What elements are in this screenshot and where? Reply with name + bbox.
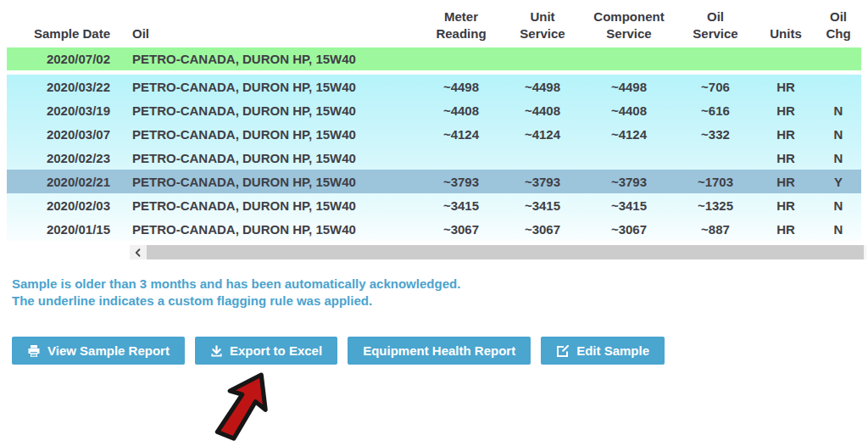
cell-date: 2020/07/02 bbox=[7, 52, 119, 66]
sample-history-panel: Sample DateOilMeterReadingUnitServiceCom… bbox=[0, 0, 868, 446]
cell-unit: ~3067 bbox=[502, 222, 583, 237]
cell-meter: ~4408 bbox=[420, 103, 502, 118]
cell-meter: ~3415 bbox=[420, 198, 502, 213]
cell-unit: ~4124 bbox=[502, 127, 583, 142]
sample-notes: Sample is older than 3 months and has be… bbox=[12, 276, 460, 309]
cell-meter: ~4124 bbox=[420, 127, 502, 142]
scrollbar-thumb[interactable] bbox=[147, 245, 864, 259]
cell-component: ~3415 bbox=[583, 198, 675, 213]
column-header-unit: UnitService bbox=[502, 2, 583, 44]
table-row[interactable]: 2020/02/03PETRO-CANADA, DURON HP, 15W40~… bbox=[7, 193, 861, 217]
cell-date: 2020/02/23 bbox=[7, 151, 119, 165]
cell-oilchg: N bbox=[815, 222, 861, 237]
column-header-date: Sample Date bbox=[7, 2, 119, 44]
button-label: View Sample Report bbox=[47, 343, 170, 358]
cell-component: ~3067 bbox=[583, 222, 675, 237]
view-sample-report-button[interactable]: View Sample Report bbox=[12, 337, 185, 365]
table-rows: 2020/07/02PETRO-CANADA, DURON HP, 15W402… bbox=[7, 47, 861, 241]
cell-meter: ~3793 bbox=[420, 175, 502, 189]
table-row[interactable]: 2020/02/23PETRO-CANADA, DURON HP, 15W40H… bbox=[7, 146, 861, 170]
table-row[interactable]: 2020/03/19PETRO-CANADA, DURON HP, 15W40~… bbox=[7, 98, 861, 122]
column-header-oil: Oil bbox=[119, 2, 420, 44]
cell-oil: PETRO-CANADA, DURON HP, 15W40 bbox=[119, 222, 420, 237]
cell-date: 2020/02/21 bbox=[7, 175, 119, 189]
horizontal-scrollbar[interactable] bbox=[130, 245, 866, 259]
cell-oil: PETRO-CANADA, DURON HP, 15W40 bbox=[119, 127, 420, 142]
export-to-excel-button[interactable]: Export to Excel bbox=[195, 337, 337, 365]
table-row[interactable]: 2020/01/15PETRO-CANADA, DURON HP, 15W40~… bbox=[7, 217, 861, 241]
cell-oilservice: ~706 bbox=[675, 80, 756, 94]
cell-units: HR bbox=[756, 222, 815, 237]
cell-date: 2020/03/19 bbox=[7, 103, 119, 118]
column-header-meter: MeterReading bbox=[420, 2, 502, 44]
cell-oilservice: ~616 bbox=[675, 103, 756, 118]
cell-oilchg: N bbox=[815, 198, 861, 213]
cell-oil: PETRO-CANADA, DURON HP, 15W40 bbox=[119, 198, 420, 213]
cell-units: HR bbox=[756, 127, 815, 142]
cell-oilservice: ~1325 bbox=[675, 198, 756, 213]
table-row[interactable]: 2020/02/21PETRO-CANADA, DURON HP, 15W40~… bbox=[7, 170, 861, 193]
cell-oilchg: N bbox=[815, 151, 861, 165]
cell-oil: PETRO-CANADA, DURON HP, 15W40 bbox=[119, 80, 420, 94]
cell-units: HR bbox=[756, 198, 815, 213]
cell-units: HR bbox=[756, 151, 815, 165]
cell-date: 2020/01/15 bbox=[7, 222, 119, 237]
sample-table: Sample DateOilMeterReadingUnitServiceCom… bbox=[7, 2, 861, 241]
cell-oil: PETRO-CANADA, DURON HP, 15W40 bbox=[119, 103, 420, 118]
cell-date: 2020/03/07 bbox=[7, 127, 119, 142]
cell-date: 2020/03/22 bbox=[7, 80, 119, 94]
printer-icon bbox=[27, 344, 41, 358]
scroll-left-button[interactable] bbox=[130, 245, 147, 259]
button-label: Export to Excel bbox=[230, 343, 322, 358]
cell-component: ~4408 bbox=[583, 103, 675, 118]
column-header-units: Units bbox=[756, 2, 815, 44]
table-row[interactable]: 2020/03/07PETRO-CANADA, DURON HP, 15W40~… bbox=[7, 122, 861, 146]
cell-oil: PETRO-CANADA, DURON HP, 15W40 bbox=[119, 151, 420, 165]
cell-oilservice: ~1703 bbox=[675, 175, 756, 189]
table-header: Sample DateOilMeterReadingUnitServiceCom… bbox=[7, 2, 861, 44]
cell-unit: ~3793 bbox=[502, 175, 583, 189]
cell-oilchg: N bbox=[815, 127, 861, 142]
column-header-oilchg: OilChg bbox=[815, 2, 861, 44]
cell-component: ~4498 bbox=[583, 80, 675, 94]
cell-unit: ~4498 bbox=[502, 80, 583, 94]
equipment-health-report-button[interactable]: Equipment Health Report bbox=[348, 337, 531, 365]
cell-oilservice: ~887 bbox=[675, 222, 756, 237]
cell-component: ~4124 bbox=[583, 127, 675, 142]
button-label: Equipment Health Report bbox=[363, 343, 515, 358]
table-row[interactable]: 2020/07/02PETRO-CANADA, DURON HP, 15W40 bbox=[7, 47, 861, 70]
edit-sample-button[interactable]: Edit Sample bbox=[541, 337, 665, 365]
column-header-oilservice: OilService bbox=[675, 2, 756, 44]
cell-oilchg: Y bbox=[815, 175, 861, 189]
action-button-row: View Sample Report Export to Excel Equip… bbox=[12, 337, 665, 365]
table-row[interactable]: 2020/03/22PETRO-CANADA, DURON HP, 15W40~… bbox=[7, 75, 861, 98]
cell-units: HR bbox=[756, 103, 815, 118]
column-header-component: ComponentService bbox=[583, 2, 675, 44]
note-acknowledged: Sample is older than 3 months and has be… bbox=[12, 276, 460, 293]
chevron-left-icon bbox=[133, 248, 143, 258]
cell-units: HR bbox=[756, 80, 815, 94]
cell-oil: PETRO-CANADA, DURON HP, 15W40 bbox=[119, 52, 420, 66]
cell-unit: ~3415 bbox=[502, 198, 583, 213]
button-label: Edit Sample bbox=[576, 343, 649, 358]
note-underline-rule: The underline indicates a custom flaggin… bbox=[12, 293, 460, 309]
cell-component: ~3793 bbox=[583, 175, 675, 189]
cell-meter: ~3067 bbox=[420, 222, 502, 237]
download-icon bbox=[210, 344, 223, 358]
cell-meter: ~4498 bbox=[420, 80, 502, 94]
cell-unit: ~4408 bbox=[502, 103, 583, 118]
cell-units: HR bbox=[756, 175, 815, 189]
cell-oil: PETRO-CANADA, DURON HP, 15W40 bbox=[119, 175, 420, 189]
cell-oilservice: ~332 bbox=[675, 127, 756, 142]
cell-oilchg: N bbox=[815, 103, 861, 118]
cell-date: 2020/02/03 bbox=[7, 198, 119, 213]
edit-icon bbox=[556, 344, 570, 358]
red-pointer-arrow-annotation bbox=[205, 368, 283, 446]
